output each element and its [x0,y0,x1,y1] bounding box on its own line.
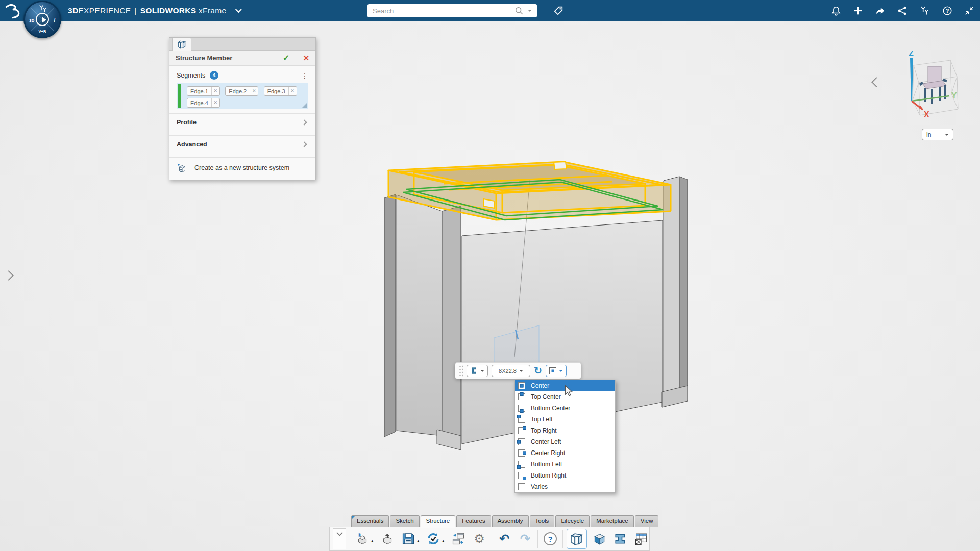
collapse-window-icon[interactable] [964,5,975,16]
create-structure-system-row[interactable]: Create as a new structure system [169,157,315,180]
redo-button[interactable]: ↷ [517,529,534,549]
new-part-icon: ✳ [355,532,370,546]
chip-close-icon[interactable] [250,87,258,95]
app-switcher-chevron-icon[interactable] [235,6,242,13]
add-plus-icon[interactable] [852,5,864,16]
alignment-dropdown[interactable] [546,365,567,377]
search-input[interactable] [368,7,514,15]
profile-type-dropdown[interactable] [467,365,488,377]
chevron-down-icon [559,370,563,374]
compass-social-icon[interactable] [36,5,48,12]
flyout-arrow-icon[interactable]: ▴ [442,539,444,543]
alignment-menu-item[interactable]: Center Right [515,447,615,459]
structure-tables-button[interactable] [632,529,650,549]
axis-x-label: X [924,110,929,119]
help-icon: ? [544,532,557,545]
compass-vr-label[interactable]: V+R [39,29,46,34]
ok-check-icon[interactable]: ✓ [283,53,289,63]
search-icon[interactable] [514,6,524,15]
segment-chip[interactable]: Edge.1 [187,86,220,96]
dassault-systemes-logo[interactable] [3,3,22,19]
structure-system-icon [177,162,188,173]
alignment-menu-item[interactable]: Bottom Center [515,403,615,414]
ribbon-tab[interactable]: Assembly [492,515,529,527]
ibeam-profile-icon [613,532,627,546]
open-button[interactable] [379,529,396,549]
import-export-button[interactable] [450,529,467,549]
alignment-menu-item[interactable]: Top Right [515,425,615,436]
top-app-bar: 3DEXPERIENCE|SOLIDWORKS xFrame ? [0,0,980,21]
play-icon [42,17,46,23]
ribbon-tab[interactable]: Sketch [390,515,419,527]
alignment-menu-item[interactable]: Bottom Right [515,470,615,481]
segments-selection-box[interactable]: Edge.1 Edge.2 Edge.3 Edge.4 [177,83,308,109]
compass-play-button[interactable] [36,13,49,26]
units-dropdown[interactable]: in [922,129,953,140]
collapse-toolbar-button[interactable] [333,528,346,549]
app-title[interactable]: 3DEXPERIENCE|SOLIDWORKS xFrame [68,0,239,21]
chip-close-icon[interactable] [211,87,219,95]
ribbon-tab[interactable]: Lifecycle [555,515,590,527]
structure-member-tool-button[interactable] [567,529,587,549]
flyout-arrow-icon[interactable]: ▴ [371,539,373,543]
new-part-button[interactable]: ✳ ▴ [354,529,371,549]
share-arrow-icon[interactable] [874,5,886,16]
tag-icon[interactable] [553,5,564,16]
chevron-right-icon [301,119,307,125]
profile-size-dropdown[interactable]: 8X22.8 [492,365,530,377]
segments-label: Segments [177,72,205,79]
structure-member-panel: Structure Member ✓ ✕ Segments 4 ⋮ Edge.1… [169,37,316,180]
ribbon-tab[interactable]: Tools [530,515,555,527]
toolbar-drag-handle[interactable] [459,365,463,377]
flyout-arrow-icon[interactable]: ▴ [417,539,419,543]
chevron-down-icon [480,370,484,374]
global-search[interactable] [368,4,537,17]
viewport-3d-scene[interactable] [0,0,980,551]
ribbon-tab[interactable]: Structure [421,515,456,528]
panel-header: Structure Member ✓ ✕ [169,51,315,66]
alignment-menu-item[interactable]: Center Left [515,436,615,447]
save-button[interactable]: ▴ [400,529,417,549]
toolbar-separator [421,530,421,548]
advanced-section-row[interactable]: Advanced [169,135,315,153]
alignment-menu-item[interactable]: Top Left [515,414,615,425]
search-scope-chevron-icon[interactable] [528,10,532,14]
undo-button[interactable]: ↶ [496,529,513,549]
user-community-icon[interactable] [919,5,930,16]
lifecycle-sync-icon [426,532,440,546]
chevron-down-icon [336,530,343,536]
3dexperience-compass[interactable]: 3D i V+R [23,1,61,38]
chevron-down-icon [519,370,523,374]
corner-management-button[interactable] [591,529,608,549]
help-button[interactable]: ? [542,529,559,549]
lifecycle-sync-button[interactable]: ▴ [425,529,442,549]
rotate-profile-icon[interactable]: ↻ [534,366,542,376]
ribbon-tab[interactable]: Features [456,515,491,527]
cancel-x-icon[interactable]: ✕ [303,54,309,63]
profiles-button[interactable] [611,529,629,549]
chip-close-icon[interactable] [211,98,219,107]
ribbon-tab[interactable]: View [635,515,659,527]
ribbon-tab[interactable]: Marketplace [591,515,634,527]
segment-chip[interactable]: Edge.4 [187,98,220,108]
alignment-position-icon [518,393,525,400]
compass-3d-label[interactable]: 3D [29,18,34,23]
structure-member-tab[interactable] [172,38,191,51]
orientation-triad[interactable]: Z Y X [894,51,971,122]
segment-chip[interactable]: Edge.3 [264,86,297,96]
alignment-menu-item[interactable]: Bottom Left [515,459,615,470]
profile-section-row[interactable]: Profile [169,113,315,131]
ribbon-tab[interactable]: Essentials [351,515,389,527]
alignment-menu-item[interactable]: Varies [515,481,615,492]
open-icon [380,532,395,546]
help-icon[interactable]: ? [942,5,953,16]
compass-info-label[interactable]: i [54,18,55,23]
alignment-position-icon [518,483,525,490]
share-network-icon[interactable] [897,5,908,16]
settings-button[interactable]: ⚙ [471,529,488,549]
chip-close-icon[interactable] [288,87,297,95]
alignment-position-icon [518,438,525,445]
segment-chip[interactable]: Edge.2 [225,86,258,96]
kebab-menu-icon[interactable]: ⋮ [301,73,308,78]
notifications-bell-icon[interactable] [830,5,842,16]
